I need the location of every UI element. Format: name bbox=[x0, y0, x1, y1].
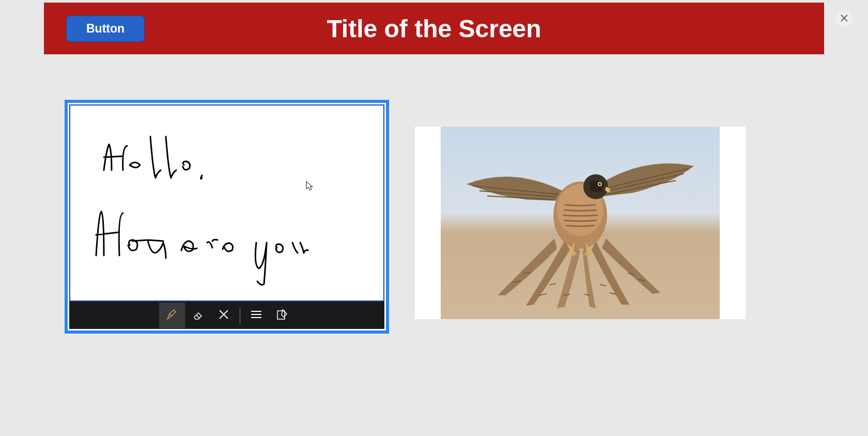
left-panel bbox=[65, 100, 389, 334]
header: Button Title of the Screen bbox=[44, 3, 824, 54]
edit-tool[interactable] bbox=[269, 303, 295, 328]
pen-icon bbox=[165, 308, 179, 323]
svg-point-12 bbox=[599, 183, 601, 185]
svg-rect-7 bbox=[277, 311, 285, 319]
signature-canvas[interactable] bbox=[69, 104, 384, 302]
handwriting-svg bbox=[81, 121, 391, 297]
toolbar-divider bbox=[240, 307, 240, 324]
close-button[interactable] bbox=[836, 10, 853, 27]
clear-icon bbox=[218, 309, 229, 322]
eraser-icon bbox=[191, 308, 205, 323]
handwriting-content bbox=[70, 106, 383, 314]
right-panel bbox=[415, 127, 746, 334]
falcon-image bbox=[441, 127, 720, 319]
clear-tool[interactable] bbox=[211, 303, 237, 328]
signature-toolbar bbox=[69, 302, 384, 329]
pen-tool[interactable] bbox=[159, 303, 185, 328]
close-icon bbox=[841, 14, 848, 23]
page-title: Title of the Screen bbox=[327, 14, 541, 43]
eraser-tool[interactable] bbox=[185, 303, 211, 328]
image-container bbox=[415, 127, 746, 319]
signature-container bbox=[65, 100, 389, 334]
falcon-svg bbox=[456, 135, 704, 311]
content-area bbox=[44, 54, 824, 334]
lines-icon bbox=[250, 308, 263, 323]
lines-tool[interactable] bbox=[243, 303, 269, 328]
edit-icon bbox=[275, 308, 289, 323]
header-button[interactable]: Button bbox=[66, 16, 145, 42]
app-container: Button Title of the Screen bbox=[0, 0, 868, 334]
